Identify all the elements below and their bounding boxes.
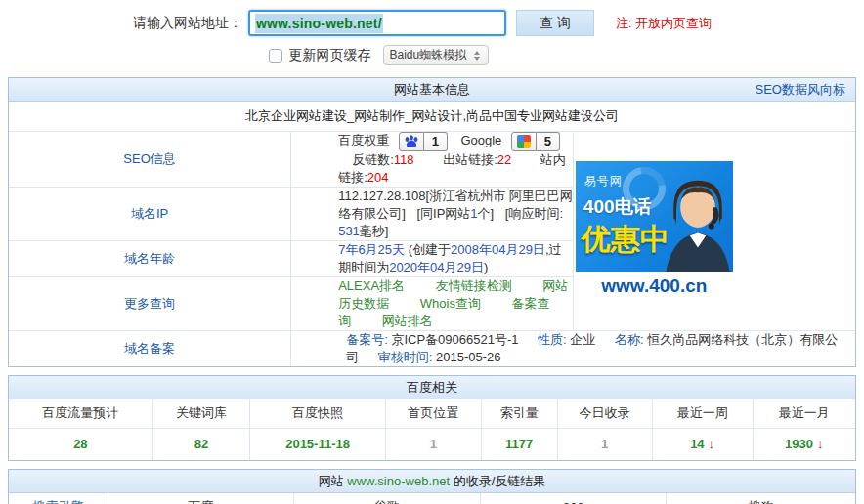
update-cache-checkbox[interactable]: [269, 49, 282, 63]
query-bar: 请输入网站地址： www.sino-web.net/ 查 询 注: 开放内页查询…: [0, 0, 864, 65]
basic-info-panel: 网站基本信息 SEO数据风向标 北京企业网站建设_网站制作_网站设计,尚品中国专…: [8, 77, 856, 367]
site-title: 北京企业网站建设_网站制作_网站设计,尚品中国专业网站建设公司: [9, 102, 855, 131]
baidu-weight-label: 百度权重: [338, 133, 389, 147]
result-title-domain: www.sino-web.net: [347, 474, 450, 488]
row-label-age: 域名年龄: [9, 240, 291, 276]
basic-info-header: 网站基本信息 SEO数据风向标: [9, 78, 855, 102]
index-volume-value[interactable]: 1177: [505, 437, 533, 451]
ad-line2: 优惠中: [582, 220, 670, 260]
col-engine-360: 360: [480, 493, 667, 504]
friend-link-check-link[interactable]: 友情链接检测: [436, 278, 512, 293]
home-position-value: 1: [430, 437, 437, 451]
result-panel-header: 网站 www.sino-web.net 的收录/反链结果: [9, 470, 855, 493]
trend-down-icon: ↓: [709, 437, 715, 451]
baidu-paw-icon: [399, 132, 424, 151]
result-title-suffix: 的收录/反链结果: [450, 474, 545, 488]
col-home-position: 首页位置: [385, 399, 481, 429]
seo-info-row: 百度权重 1 Google 5 反链数:118 出站链接:22 站内链接:204: [291, 131, 574, 187]
same-ip-stat[interactable]: [同IP网站1个]: [416, 206, 494, 221]
last-month-value[interactable]: 1930: [785, 437, 813, 451]
trend-down-icon: ↓: [817, 437, 824, 451]
col-baidu-traffic: 百度流量预计: [9, 399, 152, 429]
baidu-panel-title: 百度相关: [407, 380, 457, 395]
row-label-more: 更多查询: [9, 276, 291, 330]
result-panel: 网站 www.sino-web.net 的收录/反链结果 搜索引擎 百度 谷歌 …: [8, 469, 856, 504]
row-label-beian: 域名备案: [9, 330, 291, 366]
baidu-weight-widget[interactable]: 1: [399, 132, 448, 151]
google-pr-label: Google: [460, 133, 501, 147]
url-input-label: 请输入网站地址：: [133, 15, 242, 32]
col-baidu-snapshot: 百度快照: [250, 399, 386, 429]
search-button[interactable]: 查 询: [516, 10, 594, 36]
domain-age-row: 7年6月25天 (创建于2008年04月29日,过期时间为2020年04月29日…: [291, 240, 574, 276]
baidu-weight-value: 1: [424, 132, 448, 151]
col-today-included: 今日收录: [557, 399, 652, 429]
col-search-engine: 搜索引擎: [9, 493, 108, 504]
alexa-rank-link[interactable]: ALEXA排名: [338, 278, 405, 293]
result-title-prefix: 网站: [319, 474, 348, 488]
last-week-value[interactable]: 14: [690, 437, 704, 451]
basic-info-title: 网站基本信息: [394, 82, 470, 97]
col-last-month: 最近一月: [753, 399, 855, 429]
beian-number-field: 备案号: 京ICP备09066521号-1: [346, 332, 518, 347]
baidu-panel: 百度相关 百度流量预计 关键词库 百度快照 首页位置 索引量 今日收录 最近一周…: [8, 375, 856, 461]
site-rank-link[interactable]: 网站排名: [382, 314, 433, 328]
col-engine-google: 谷歌: [294, 493, 481, 504]
google-pr-widget[interactable]: 5: [511, 132, 560, 151]
baidu-panel-header: 百度相关: [9, 376, 855, 399]
ad-brand: 易号网: [584, 173, 623, 189]
ad-banner[interactable]: 易号网 400电话 优惠中 www.400.cn: [576, 161, 733, 301]
ad-line1: 400电话: [583, 194, 652, 220]
url-input-value: www.sino-web.net/: [255, 14, 383, 33]
ad-cell: 易号网 400电话 优惠中 www.400.cn: [573, 131, 855, 330]
row-label-seo: SEO信息: [9, 131, 291, 187]
backlinks-stat: 反链数:118: [352, 152, 413, 167]
whois-query-link[interactable]: Whois查询: [420, 296, 481, 311]
row-label-ip: 域名IP: [9, 187, 291, 240]
seo-trend-link[interactable]: SEO数据风向标: [756, 78, 845, 102]
baidu-traffic-value[interactable]: 28: [73, 437, 87, 451]
google-pr-value: 5: [537, 132, 560, 151]
outbound-links-stat: 出站链接:22: [443, 152, 511, 167]
ad-url: www.400.cn: [601, 275, 707, 297]
beian-date-field: 审核时间: 2015-05-26: [378, 350, 501, 364]
col-last-week: 最近一周: [652, 399, 753, 429]
beian-nature-field: 性质: 企业: [538, 332, 595, 347]
select-stepper-icon: [474, 51, 480, 61]
baidu-snapshot-value[interactable]: 2015-11-18: [285, 437, 350, 451]
col-index-volume: 索引量: [481, 399, 557, 429]
url-input[interactable]: www.sino-web.net/: [248, 10, 506, 36]
col-keyword-lib: 关键词库: [152, 399, 250, 429]
ad-url-bar: www.400.cn: [576, 272, 733, 301]
inner-page-note: 注: 开放内页查询: [616, 15, 712, 32]
google-icon: [511, 132, 537, 151]
spider-select-value: Baidu蜘蛛模拟: [390, 47, 467, 63]
more-queries-row: ALEXA排名 友情链接检测 网站历史数据 Whois查询 备案查询 网站排名: [291, 276, 574, 330]
keyword-lib-value[interactable]: 82: [194, 437, 208, 451]
spider-select[interactable]: Baidu蜘蛛模拟: [383, 45, 489, 65]
today-included-value: 1: [601, 437, 608, 451]
beian-row: 备案号: 京ICP备09066521号-1 性质: 企业 名称: 恒久尚品网络科…: [291, 330, 855, 366]
col-engine-sogou: 搜狗: [667, 493, 855, 504]
domain-ip-row: 112.127.28.108[浙江省杭州市 阿里巴巴网络有限公司] [同IP网站…: [291, 187, 574, 240]
col-engine-baidu: 百度: [108, 493, 294, 504]
update-cache-label: 更新网页缓存: [289, 47, 371, 64]
